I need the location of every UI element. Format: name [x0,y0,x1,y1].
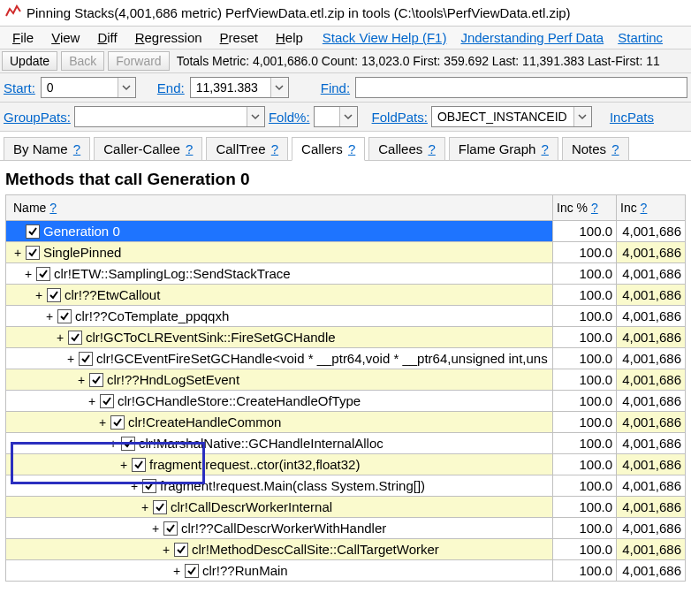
start-combo[interactable] [41,77,136,98]
end-combo[interactable] [190,77,289,98]
table-row[interactable]: +clr!ETW::SamplingLog::SendStackTrace100… [5,263,686,285]
table-row[interactable]: +clr!CallDescrWorkerInternal100.04,001,6… [5,497,686,518]
tab-callees[interactable]: Callees ? [368,137,445,160]
incpats-label[interactable]: IncPats [610,110,654,125]
chevron-down-icon[interactable] [339,107,357,126]
table-row[interactable]: +clr!??CoTemplate_ppqqxh100.04,001,686 [5,306,686,327]
expander-icon[interactable]: + [149,522,162,535]
expander-icon[interactable]: + [65,353,77,365]
menu-diff[interactable]: Diff [88,27,125,49]
name-cell[interactable]: +clr!??RunMain [6,560,552,581]
chevron-down-icon[interactable] [247,107,264,126]
link-starting[interactable]: Startinc [611,27,670,49]
name-cell[interactable]: +clr!CallDescrWorkerInternal [6,497,552,517]
menu-file[interactable]: File [4,27,42,49]
foldpats-combo[interactable] [431,106,592,127]
expander-icon[interactable]: + [118,459,130,471]
update-button[interactable]: Update [2,51,57,71]
help-icon[interactable]: ? [348,141,355,156]
row-checkbox[interactable] [68,331,82,345]
table-row[interactable]: +SinglePinned100.04,001,686 [5,242,686,263]
help-icon[interactable]: ? [49,201,57,215]
table-row[interactable]: +clr!MethodDescCallSite::CallTargetWorke… [5,539,686,560]
grouppats-combo[interactable] [74,106,265,127]
expander-icon[interactable]: + [11,247,24,259]
tab-notes[interactable]: Notes ? [562,137,629,160]
name-cell[interactable]: +fragment!request..ctor(int32,float32) [6,454,552,475]
expander-icon[interactable]: + [128,480,140,492]
expander-icon[interactable]: + [54,331,66,344]
row-checkbox[interactable] [26,224,40,239]
link-understanding-perf-data[interactable]: Jnderstanding Perf Data [453,27,611,49]
start-input[interactable] [42,78,118,97]
row-checkbox[interactable] [163,521,178,536]
tab-flame-graph[interactable]: Flame Graph ? [449,137,558,160]
expander-icon[interactable]: + [75,374,87,386]
row-checkbox[interactable] [110,415,125,430]
link-stack-view-help[interactable]: Stack View Help (F1) [315,27,454,49]
tab-caller-callee[interactable]: Caller-Callee ? [94,137,202,160]
find-input[interactable] [355,77,687,98]
help-icon[interactable]: ? [611,141,619,156]
col-name-header[interactable]: Name ? [6,195,552,220]
name-cell[interactable]: +SinglePinned [6,242,552,262]
grouppats-input[interactable] [75,107,247,126]
chevron-down-icon[interactable] [118,78,135,97]
chevron-down-icon[interactable] [573,107,591,126]
foldpct-combo[interactable] [314,106,358,127]
tab-calltree[interactable]: CallTree ? [206,137,288,160]
name-cell[interactable]: +clr!??HndLogSetEvent [6,369,552,390]
table-row[interactable]: +clr!GCEventFireSetGCHandle<void * __ptr… [5,348,686,369]
row-checkbox[interactable] [26,246,40,260]
table-row[interactable]: +clr!GCHandleStore::CreateHandleOfType10… [5,391,686,412]
table-row[interactable]: +fragment!request.Main(class System.Stri… [5,475,686,497]
menu-regression[interactable]: Regression [126,27,211,49]
tab-callers[interactable]: Callers ? [292,137,365,161]
help-icon[interactable]: ? [73,141,80,156]
table-row[interactable]: Generation 0100.04,001,686 [5,221,686,242]
name-cell[interactable]: +clr!MarshalNative::GCHandleInternalAllo… [6,433,552,453]
row-checkbox[interactable] [174,543,188,557]
expander-icon[interactable]: + [86,395,98,407]
expander-icon[interactable]: + [139,501,151,513]
help-icon[interactable]: ? [591,201,598,215]
row-checkbox[interactable] [47,288,61,302]
table-row[interactable]: +clr!MarshalNative::GCHandleInternalAllo… [5,433,686,454]
back-button[interactable]: Back [61,51,104,71]
row-checkbox[interactable] [132,458,146,472]
row-checkbox[interactable] [36,267,50,281]
table-row[interactable]: +clr!GCToCLREventSink::FireSetGCHandle10… [5,327,686,348]
row-checkbox[interactable] [100,394,114,408]
row-checkbox[interactable] [185,564,199,578]
name-cell[interactable]: +clr!MethodDescCallSite::CallTargetWorke… [6,539,552,559]
row-checkbox[interactable] [79,352,93,366]
name-cell[interactable]: +clr!??EtwCallout [6,285,552,305]
expander-icon[interactable]: + [107,437,119,450]
col-inc-header[interactable]: Inc ? [616,195,685,220]
table-row[interactable]: +clr!??RunMain100.04,001,686 [5,560,686,582]
table-row[interactable]: +fragment!request..ctor(int32,float32)10… [5,454,686,475]
foldpats-input[interactable] [432,107,573,126]
chevron-down-icon[interactable] [270,78,288,97]
expander-icon[interactable]: + [43,310,56,323]
name-cell[interactable]: +clr!GCEventFireSetGCHandle<void * __ptr… [6,348,552,369]
foldpct-input[interactable] [315,107,339,126]
row-checkbox[interactable] [89,373,103,387]
expander-icon[interactable]: + [33,289,45,301]
row-checkbox[interactable] [121,437,135,451]
help-icon[interactable]: ? [428,141,435,156]
name-cell[interactable]: Generation 0 [6,221,552,241]
row-checkbox[interactable] [57,309,72,323]
menu-view[interactable]: View [42,27,88,49]
name-cell[interactable]: +clr!??CoTemplate_ppqqxh [6,306,552,326]
table-row[interactable]: +clr!??HndLogSetEvent100.04,001,686 [5,369,686,391]
name-cell[interactable]: +clr!CreateHandleCommon [6,412,552,432]
foldpct-label[interactable]: Fold%: [269,110,310,125]
expander-icon[interactable]: + [96,416,109,429]
name-cell[interactable]: +clr!GCToCLREventSink::FireSetGCHandle [6,327,552,347]
end-input[interactable] [191,78,270,97]
help-icon[interactable]: ? [641,201,648,215]
expander-icon[interactable]: + [171,565,183,577]
find-label[interactable]: Find: [321,80,350,95]
help-icon[interactable]: ? [271,141,278,156]
